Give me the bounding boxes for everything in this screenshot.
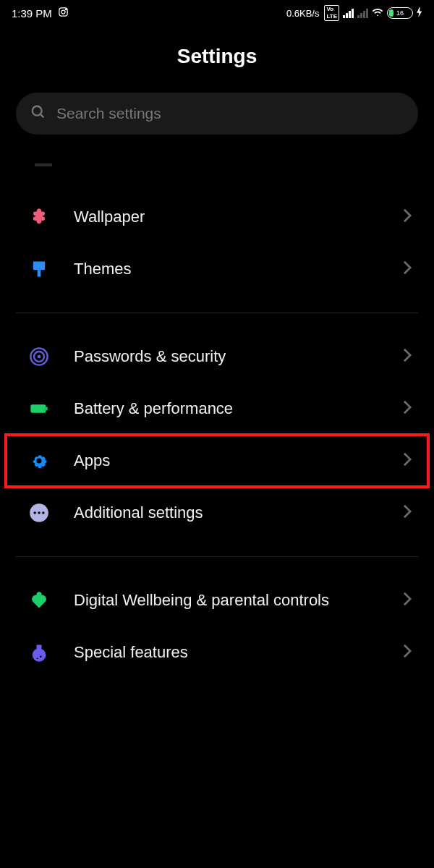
svg-point-12 — [37, 459, 42, 464]
chevron-right-icon — [402, 260, 412, 278]
chevron-right-icon — [402, 451, 412, 470]
dots-icon — [27, 501, 51, 524]
settings-item-label: Special features — [74, 642, 379, 663]
svg-rect-11 — [46, 407, 47, 411]
wifi-icon — [372, 7, 383, 20]
chevron-right-icon — [402, 503, 412, 522]
chevron-right-icon — [402, 591, 412, 610]
search-bar[interactable] — [16, 93, 418, 135]
svg-point-1 — [61, 10, 65, 14]
status-bar: 1:39 PM 0.6KB/s VoLTE 16 — [0, 0, 434, 26]
settings-item-label: Additional settings — [74, 503, 379, 524]
chevron-right-icon — [402, 643, 412, 662]
svg-point-16 — [42, 511, 45, 514]
settings-item-battery[interactable]: Battery & performance — [0, 383, 434, 435]
settings-item-label: Apps — [74, 451, 379, 472]
settings-item-label: Passwords & security — [74, 346, 379, 367]
settings-item-apps[interactable]: Apps — [6, 435, 428, 487]
settings-item-label: Digital Wellbeing & parental controls — [74, 590, 379, 611]
chevron-right-icon — [402, 347, 412, 366]
battery-icon: 16 — [387, 7, 413, 19]
signal-icon-1 — [343, 9, 354, 18]
svg-point-21 — [37, 658, 38, 659]
svg-rect-6 — [38, 270, 41, 276]
previous-item-stub — [35, 163, 52, 166]
status-time: 1:39 PM — [12, 7, 52, 20]
search-icon — [30, 104, 46, 123]
gear-icon — [27, 449, 51, 472]
settings-list: WallpaperThemesPasswords & securityBatte… — [0, 163, 434, 689]
settings-item-special[interactable]: Special features — [0, 626, 434, 678]
svg-point-15 — [38, 511, 41, 514]
battery-icon — [27, 397, 51, 420]
page-title: Settings — [0, 26, 434, 93]
svg-rect-5 — [33, 262, 45, 271]
settings-item-label: Wallpaper — [74, 207, 379, 228]
heart-icon — [27, 589, 51, 612]
svg-line-4 — [41, 114, 44, 118]
charging-icon — [417, 7, 422, 20]
data-rate: 0.6KB/s — [286, 8, 320, 19]
svg-point-2 — [65, 9, 66, 9]
svg-point-3 — [33, 106, 42, 116]
fingerprint-icon — [27, 345, 51, 368]
svg-point-20 — [40, 655, 42, 658]
signal-icon-2 — [357, 9, 368, 18]
svg-point-9 — [38, 355, 41, 359]
search-input[interactable] — [56, 105, 404, 122]
svg-rect-19 — [37, 645, 42, 650]
brush-icon — [27, 258, 51, 281]
settings-item-security[interactable]: Passwords & security — [0, 331, 434, 383]
settings-item-wellbeing[interactable]: Digital Wellbeing & parental controls — [0, 574, 434, 626]
svg-point-18 — [33, 648, 46, 662]
flower-icon — [27, 205, 51, 229]
settings-item-themes[interactable]: Themes — [0, 243, 434, 295]
chevron-right-icon — [402, 399, 412, 418]
settings-item-wallpaper[interactable]: Wallpaper — [0, 191, 434, 243]
divider — [16, 312, 418, 313]
settings-item-label: Themes — [74, 259, 379, 280]
flask-icon — [27, 641, 51, 664]
svg-point-14 — [33, 511, 36, 514]
instagram-icon — [58, 7, 69, 20]
chevron-right-icon — [402, 208, 412, 226]
settings-item-additional[interactable]: Additional settings — [0, 487, 434, 539]
divider — [16, 556, 418, 557]
settings-item-label: Battery & performance — [74, 399, 379, 420]
svg-rect-10 — [30, 404, 46, 413]
volte-icon: VoLTE — [324, 5, 339, 21]
